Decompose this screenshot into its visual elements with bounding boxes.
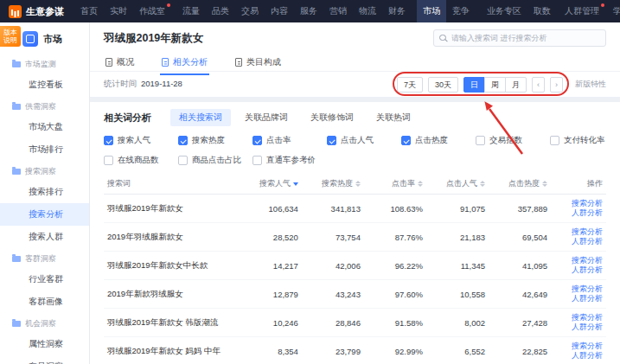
tab-label: 概况	[117, 56, 134, 68]
page-header: 羽绒服2019年新款女 概况 相关分析 类目构成	[90, 22, 620, 71]
nav-item-content[interactable]: 内容	[265, 0, 294, 22]
column-click-rate[interactable]: 点击率	[364, 174, 426, 195]
prev-date-button[interactable]: ‹	[532, 77, 545, 93]
filter-label: 搜索热度	[192, 135, 225, 146]
nav-item-home[interactable]: 首页	[74, 0, 104, 22]
column-search-popularity[interactable]: 搜索人气	[240, 174, 302, 195]
section-title: 相关词分析	[104, 112, 151, 125]
audience-analysis-link[interactable]: 人群分析	[554, 265, 603, 275]
sidebar-item-search-analysis[interactable]: 搜索分析	[0, 203, 89, 226]
column-click-popularity[interactable]: 点击人气	[426, 174, 489, 195]
tab-related-analysis[interactable]: 相关分析	[160, 52, 209, 75]
filter-label: 点击率	[266, 135, 291, 146]
search-analysis-link[interactable]: 搜索分析	[554, 284, 603, 294]
value-cell: 27,428	[489, 309, 551, 337]
tab-overview[interactable]: 概况	[104, 52, 136, 75]
search-analysis-link[interactable]: 搜索分析	[554, 199, 603, 208]
nav-item-audience-mgmt[interactable]: 人群管理	[559, 0, 605, 22]
sidebar-item-market-overview[interactable]: 市场大盘	[0, 116, 89, 138]
range-7d-button[interactable]: 7天	[397, 77, 423, 93]
nav-item-academy[interactable]: 学院	[607, 0, 620, 22]
new-version-link[interactable]: 新版特性	[575, 79, 606, 90]
nav-item-service[interactable]: 服务	[294, 0, 323, 22]
sidebar-item-industry-audience[interactable]: 行业客群	[0, 268, 89, 291]
sidebar-item-audience-profile[interactable]: 客群画像	[0, 291, 89, 313]
filter-online-items[interactable]: 在线商品数	[104, 155, 171, 166]
folder-icon	[12, 321, 21, 327]
table-row: 羽绒服2019年新款女 妈妈 中年 8,354 23,799 92.99% 6,…	[104, 337, 606, 364]
search-analysis-link[interactable]: 搜索分析	[554, 313, 603, 322]
search-icon	[439, 35, 447, 42]
sidebar-section-label: 客群洞察	[25, 253, 56, 265]
audience-analysis-link[interactable]: 人群分析	[554, 294, 603, 303]
nav-item-war-room[interactable]: 作战室	[133, 0, 171, 22]
filter-item-click-share[interactable]: 商品点击占比	[178, 155, 246, 166]
nav-item-finance[interactable]: 财务	[382, 0, 412, 22]
search-box[interactable]	[433, 29, 606, 47]
column-label: 点击人气	[446, 179, 477, 188]
audience-analysis-link[interactable]: 人群分析	[554, 322, 603, 332]
subtab-modifier-words[interactable]: 关联修饰词	[302, 109, 362, 126]
column-search-term[interactable]: 搜索词	[104, 174, 240, 195]
version-ribbon[interactable]: 版本 说明	[0, 26, 21, 47]
filter-trade-index[interactable]: 交易指数	[476, 135, 543, 146]
filter-pay-conversion[interactable]: 支付转化率	[550, 135, 617, 146]
value-cell: 41,095	[489, 252, 551, 280]
nav-item-business-zone[interactable]: 业务专区	[481, 0, 527, 22]
brand[interactable]: 生意参谋	[9, 5, 64, 18]
granularity-week-button[interactable]: 周	[484, 77, 506, 93]
search-analysis-link[interactable]: 搜索分析	[554, 227, 603, 237]
sidebar-item-attribute-insight[interactable]: 属性洞察	[0, 333, 89, 355]
column-click-heat[interactable]: 点击热度	[489, 174, 551, 195]
search-analysis-link[interactable]: 搜索分析	[554, 342, 603, 351]
sidebar-item-monitor-board[interactable]: 监控看板	[0, 73, 89, 96]
granularity-month-button[interactable]: 月	[505, 77, 527, 93]
filter-ztc-reference-price[interactable]: 直通车参考价	[252, 155, 320, 166]
subtab-related-search-words[interactable]: 相关搜索词	[170, 109, 231, 126]
nav-item-realtime[interactable]: 实时	[104, 0, 133, 22]
subtab-brand-words[interactable]: 关联品牌词	[236, 109, 297, 126]
search-term-cell: 羽绒服2019年新款女 韩版潮流	[104, 309, 240, 337]
sidebar-section-label: 搜索洞察	[25, 166, 56, 177]
tab-category-composition[interactable]: 类目构成	[233, 52, 283, 75]
module-label: 市场	[43, 33, 62, 46]
value-cell: 22,825	[489, 337, 551, 364]
table-row: 2019年羽绒服新款女 28,520 73,754 87.76% 21,183 …	[104, 223, 606, 252]
next-date-button[interactable]: ›	[550, 77, 563, 93]
nav-item-traffic[interactable]: 流量	[176, 0, 206, 22]
filter-click-heat[interactable]: 点击热度	[401, 135, 469, 146]
value-cell: 106,634	[240, 195, 302, 223]
granularity-day-button[interactable]: 日	[463, 77, 485, 93]
range-30d-button[interactable]: 30天	[428, 77, 458, 93]
sidebar-item-search-ranking[interactable]: 搜索排行	[0, 181, 89, 203]
page-title: 羽绒服2019年新款女	[104, 31, 203, 46]
filter-search-popularity[interactable]: 搜索人气	[104, 135, 171, 146]
filter-search-heat[interactable]: 搜索热度	[178, 135, 246, 146]
nav-item-category[interactable]: 品类	[206, 0, 235, 22]
column-search-heat[interactable]: 搜索热度	[302, 174, 364, 195]
audience-analysis-link[interactable]: 人群分析	[554, 351, 603, 361]
audience-analysis-link[interactable]: 人群分析	[554, 208, 603, 218]
filter-click-rate[interactable]: 点击率	[252, 135, 320, 146]
value-cell: 42,649	[489, 280, 551, 309]
nav-item-data-extract[interactable]: 取数	[527, 0, 557, 22]
nav-item-compete[interactable]: 竞争	[446, 0, 476, 22]
nav-item-market[interactable]: 市场	[417, 0, 446, 22]
search-input[interactable]	[451, 34, 600, 42]
column-label: 操作	[587, 179, 603, 188]
sidebar-item-search-audience[interactable]: 搜索人群	[0, 226, 89, 248]
value-cell: 73,754	[302, 223, 364, 252]
sidebar-item-product-insight[interactable]: 产品洞察	[0, 355, 89, 364]
nav-item-marketing[interactable]: 营销	[323, 0, 353, 22]
search-analysis-link[interactable]: 搜索分析	[554, 256, 603, 265]
actions-cell: 搜索分析人群分析	[551, 252, 606, 280]
value-cell: 14,217	[240, 252, 302, 280]
filter-click-popularity[interactable]: 点击人气	[327, 135, 394, 146]
sidebar-item-market-ranking[interactable]: 市场排行	[0, 138, 89, 161]
folder-icon	[12, 256, 21, 262]
audience-analysis-link[interactable]: 人群分析	[554, 237, 603, 246]
nav-item-logistics[interactable]: 物流	[353, 0, 382, 22]
nav-item-trade[interactable]: 交易	[235, 0, 265, 22]
folder-icon	[12, 61, 21, 67]
subtab-hot-words[interactable]: 关联热词	[368, 109, 419, 126]
